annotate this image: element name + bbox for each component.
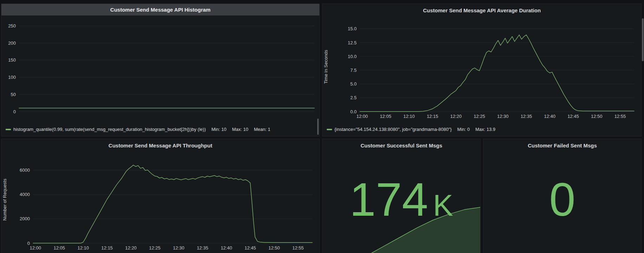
svg-text:12:35: 12:35 — [521, 114, 532, 119]
avg-duration-legend[interactable]: {instance="54.154.24.138:8080", job="gra… — [327, 127, 638, 132]
svg-text:100: 100 — [8, 75, 16, 80]
svg-text:12:15: 12:15 — [427, 114, 438, 119]
page-scrollbar[interactable] — [642, 18, 644, 61]
panel-avg-duration: Customer Send Message API Average Durati… — [322, 4, 642, 137]
avg-duration-legend-max: Max: 13.9 — [475, 127, 495, 132]
panel-title-successful-msgs[interactable]: Customer Successful Sent Msgs — [323, 139, 480, 152]
histogram-legend[interactable]: histogram_quantile(0.99, sum(rate(send_m… — [6, 127, 316, 132]
svg-text:12:40: 12:40 — [544, 114, 555, 119]
panel-title-throughput[interactable]: Customer Send Message API Throughput — [1, 139, 319, 152]
histogram-graph[interactable]: 050100150200250 — [1, 15, 319, 123]
histogram-legend-label[interactable]: histogram_quantile(0.99, sum(rate(send_m… — [13, 127, 206, 132]
svg-text:5.0: 5.0 — [350, 81, 357, 87]
svg-text:12:15: 12:15 — [101, 245, 113, 251]
svg-text:200: 200 — [8, 40, 16, 46]
svg-text:12:10: 12:10 — [77, 245, 89, 251]
svg-text:150: 150 — [8, 57, 16, 63]
svg-text:12:25: 12:25 — [474, 114, 485, 119]
failed-msgs-number: 0 — [549, 176, 575, 223]
svg-text:12:45: 12:45 — [567, 114, 579, 119]
svg-text:7.5: 7.5 — [350, 68, 357, 73]
svg-text:12:10: 12:10 — [403, 114, 415, 119]
panel-title-histogram[interactable]: Customer Send Message API Histogram — [1, 4, 319, 15]
avg-duration-legend-label[interactable]: {instance="54.154.24.138:8080", job="gra… — [334, 127, 452, 132]
avg-duration-graph[interactable]: 0.02.55.07.510.012.515.012:0012:0512:101… — [323, 17, 641, 124]
svg-text:12:55: 12:55 — [292, 245, 304, 251]
histogram-legend-max: Max: 10 — [232, 127, 248, 132]
svg-text:12:30: 12:30 — [497, 114, 509, 119]
svg-text:6000: 6000 — [20, 167, 30, 173]
svg-text:12:05: 12:05 — [53, 245, 65, 251]
svg-text:12:30: 12:30 — [173, 245, 184, 251]
panel-title-failed-msgs[interactable]: Customer Failed Sent Msgs — [483, 139, 641, 152]
svg-text:0: 0 — [13, 109, 16, 114]
successful-msgs-sparkline — [323, 199, 480, 253]
svg-text:10.0: 10.0 — [348, 54, 357, 59]
svg-text:12:25: 12:25 — [149, 245, 161, 251]
svg-text:12:00: 12:00 — [30, 245, 41, 251]
svg-text:12.5: 12.5 — [348, 40, 357, 45]
svg-text:12:20: 12:20 — [125, 245, 137, 251]
svg-text:50: 50 — [11, 92, 16, 97]
panel-failed-msgs: Customer Failed Sent Msgs 0 — [483, 139, 642, 253]
legend-scrollbar[interactable] — [317, 119, 319, 135]
svg-text:15.0: 15.0 — [348, 26, 357, 31]
svg-text:12:45: 12:45 — [245, 245, 256, 251]
svg-text:2.5: 2.5 — [350, 95, 357, 100]
throughput-graph[interactable]: 020004000600012:0012:0512:1012:1512:2012… — [1, 151, 319, 253]
svg-text:12:05: 12:05 — [380, 114, 391, 119]
svg-text:0.0: 0.0 — [350, 109, 357, 114]
svg-text:250: 250 — [8, 23, 16, 29]
svg-text:12:50: 12:50 — [268, 245, 280, 251]
panel-successful-msgs: Customer Successful Sent Msgs 174 K — [322, 139, 481, 253]
svg-text:12:20: 12:20 — [450, 114, 462, 119]
svg-text:12:50: 12:50 — [591, 114, 603, 119]
svg-text:4000: 4000 — [20, 192, 30, 197]
failed-msgs-value: 0 — [483, 176, 641, 223]
svg-text:12:40: 12:40 — [221, 245, 232, 251]
svg-text:12:55: 12:55 — [614, 114, 626, 119]
svg-text:2000: 2000 — [20, 216, 30, 221]
svg-text:12:00: 12:00 — [356, 114, 368, 119]
avg-duration-legend-min: Min: 0 — [457, 127, 470, 132]
legend-series-swatch-icon — [6, 129, 11, 130]
panel-histogram: Customer Send Message API Histogram 0501… — [1, 4, 320, 137]
legend-series-swatch-icon — [327, 129, 332, 130]
histogram-legend-min: Min: 10 — [212, 127, 227, 132]
histogram-legend-mean: Mean: 1 — [254, 127, 271, 132]
svg-text:12:35: 12:35 — [197, 245, 208, 251]
panel-throughput: Customer Send Message API Throughput Num… — [1, 139, 320, 253]
panel-title-avg-duration[interactable]: Customer Send Message API Average Durati… — [323, 4, 641, 17]
